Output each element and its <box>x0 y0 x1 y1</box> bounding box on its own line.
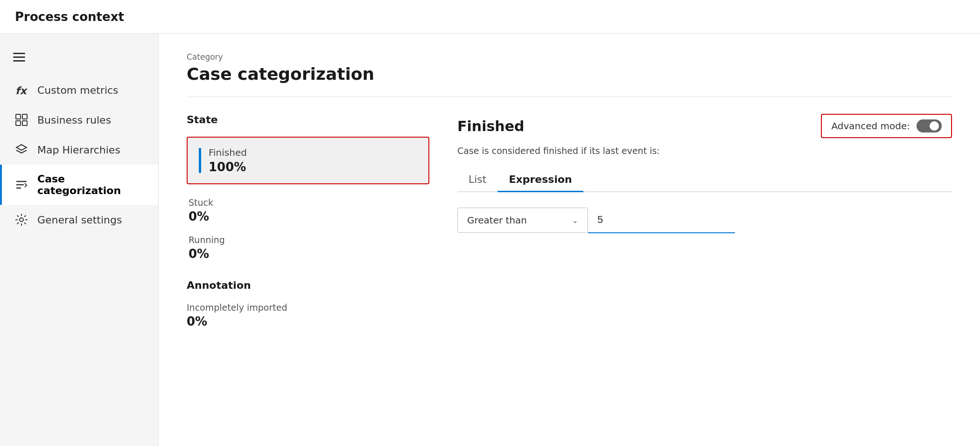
filter-row: Greater than ⌄ <box>457 207 952 233</box>
annotation-heading: Annotation <box>187 279 429 291</box>
finished-state-value: 100% <box>209 160 247 174</box>
sidebar-item-general-settings-label: General settings <box>37 214 122 226</box>
right-panel-title: Finished <box>457 118 524 134</box>
stuck-state-value: 0% <box>189 209 429 223</box>
svg-rect-3 <box>16 121 21 125</box>
state-card-bar <box>199 148 201 173</box>
chevron-down-icon: ⌄ <box>572 216 578 225</box>
advanced-mode-label: Advanced mode: <box>831 120 910 132</box>
sidebar-item-map-hierarchies-label: Map Hierarchies <box>37 144 120 156</box>
incompletely-imported-label: Incompletely imported <box>187 302 429 313</box>
gear-icon <box>15 213 28 226</box>
tab-list[interactable]: List <box>457 169 497 192</box>
svg-rect-1 <box>16 114 21 119</box>
svg-point-9 <box>20 218 23 222</box>
content-grid: State Finished 100% Stuck 0% Running <box>187 114 952 328</box>
svg-rect-2 <box>22 114 27 119</box>
description-text: Case is considered finished if its last … <box>457 146 952 156</box>
filter-value-input[interactable] <box>588 207 735 233</box>
condition-dropdown[interactable]: Greater than ⌄ <box>457 208 588 233</box>
running-state-value: 0% <box>189 247 429 261</box>
fx-icon: fx <box>15 84 28 97</box>
sidebar-item-general-settings[interactable]: General settings <box>0 205 158 235</box>
sidebar-item-case-categorization[interactable]: Case categorization <box>0 165 158 205</box>
stuck-state-item[interactable]: Stuck 0% <box>187 197 429 223</box>
toggle-thumb <box>930 121 939 131</box>
svg-rect-4 <box>22 121 27 125</box>
page-title: Case categorization <box>187 64 952 97</box>
sidebar: fx Custom metrics Business rules <box>0 34 159 446</box>
stuck-state-name: Stuck <box>189 197 429 208</box>
annotation-section: Annotation Incompletely imported 0% <box>187 279 429 328</box>
sidebar-item-business-rules-label: Business rules <box>37 114 111 126</box>
toggle-track <box>917 119 942 132</box>
tabs-row: List Expression <box>457 169 952 192</box>
annotation-item: Incompletely imported 0% <box>187 302 429 328</box>
right-panel: Finished Advanced mode: Case is consider… <box>457 114 952 328</box>
running-state-item[interactable]: Running 0% <box>187 235 429 261</box>
sidebar-item-business-rules[interactable]: Business rules <box>0 105 158 135</box>
sidebar-item-custom-metrics[interactable]: fx Custom metrics <box>0 75 158 105</box>
finished-state-name: Finished <box>209 147 247 158</box>
state-card-info: Finished 100% <box>209 147 247 174</box>
sidebar-item-custom-metrics-label: Custom metrics <box>37 84 119 96</box>
grid-icon <box>15 113 28 126</box>
running-state-name: Running <box>189 235 429 245</box>
sidebar-item-case-categorization-label: Case categorization <box>37 173 145 196</box>
app-body: fx Custom metrics Business rules <box>0 34 980 446</box>
advanced-mode-toggle[interactable] <box>917 119 942 132</box>
breadcrumb: Category <box>187 52 952 62</box>
app-title: Process context <box>15 10 124 24</box>
sort-icon <box>15 178 28 191</box>
tab-expression[interactable]: Expression <box>497 169 583 192</box>
svg-marker-5 <box>16 145 27 150</box>
state-section-heading: State <box>187 114 429 125</box>
advanced-mode-container: Advanced mode: <box>821 114 952 138</box>
right-panel-header: Finished Advanced mode: <box>457 114 952 138</box>
main-content: Category Case categorization State Finis… <box>159 34 980 446</box>
svg-text:fx: fx <box>15 85 28 96</box>
incompletely-imported-value: 0% <box>187 314 429 328</box>
left-panel: State Finished 100% Stuck 0% Running <box>187 114 429 328</box>
menu-button[interactable] <box>0 45 158 75</box>
app-header: Process context <box>0 0 980 34</box>
finished-state-card[interactable]: Finished 100% <box>187 137 429 184</box>
sidebar-item-map-hierarchies[interactable]: Map Hierarchies <box>0 135 158 165</box>
layers-icon <box>15 143 28 156</box>
dropdown-value-text: Greater than <box>467 215 527 226</box>
